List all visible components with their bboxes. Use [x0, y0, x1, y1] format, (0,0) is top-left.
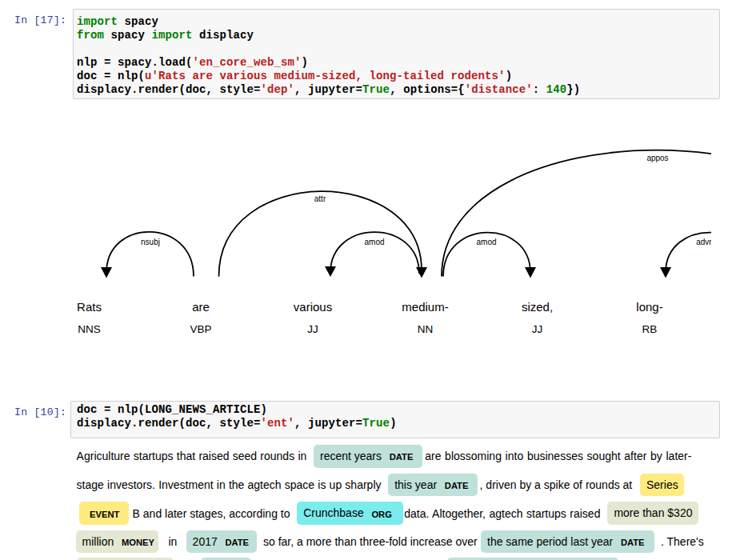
- svg-text:nsubj: nsubj: [141, 238, 160, 246]
- svg-text:are: are: [192, 300, 210, 314]
- svg-text:advmod: advmod: [696, 238, 711, 246]
- svg-text:medium-: medium-: [402, 300, 448, 314]
- svg-text:amod: amod: [476, 238, 496, 246]
- svg-text:amod: amod: [364, 238, 384, 246]
- svg-text:JJ: JJ: [307, 323, 318, 335]
- svg-text:Rats: Rats: [77, 300, 102, 314]
- svg-text:RB: RB: [642, 323, 658, 335]
- svg-text:various: various: [294, 300, 332, 314]
- svg-text:attr: attr: [314, 194, 326, 203]
- svg-text:JJ: JJ: [532, 323, 543, 335]
- svg-text:appos: appos: [646, 154, 668, 162]
- svg-text:sized,: sized,: [522, 300, 553, 314]
- svg-text:long-: long-: [636, 300, 662, 314]
- svg-text:NNS: NNS: [78, 323, 101, 335]
- svg-text:VBP: VBP: [190, 323, 211, 335]
- svg-text:NN: NN: [418, 323, 434, 335]
